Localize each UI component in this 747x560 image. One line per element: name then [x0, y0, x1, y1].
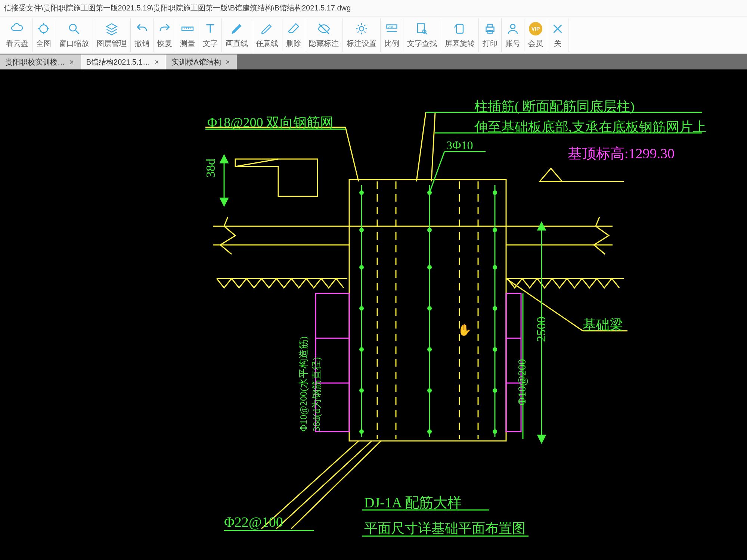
document-tab[interactable]: B馆结构2021.5.1…×: [81, 55, 166, 69]
tool-label: 账号: [505, 38, 520, 49]
ratio-icon: A:B: [385, 22, 399, 35]
svg-point-50: [359, 190, 364, 195]
svg-point-70: [493, 429, 497, 434]
tab-label: 贵阳职校实训楼…: [5, 57, 65, 67]
freehand-button[interactable]: 任意线: [252, 18, 282, 52]
document-tabs: 贵阳职校实训楼…×B馆结构2021.5.1…×实训楼A馆结构×: [0, 54, 747, 69]
cloud-icon: [10, 22, 24, 35]
tool-label: 画直线: [226, 38, 248, 49]
svg-point-65: [359, 388, 364, 393]
ruler-icon: [181, 22, 194, 35]
tool-label: 删除: [286, 38, 301, 49]
svg-point-58: [493, 265, 497, 270]
print-button[interactable]: 打印: [479, 18, 502, 52]
undo-icon: [135, 22, 149, 35]
find-text-button[interactable]: 文字查找: [403, 18, 441, 52]
close-icon[interactable]: ×: [226, 58, 230, 66]
cloud-view-button[interactable]: 看云盘: [2, 18, 32, 52]
elevation-label: 基顶标高:1299.30: [568, 144, 675, 163]
window-zoom-button[interactable]: 窗口缩放: [55, 18, 93, 52]
vert-label-2: 38d(d为钢筋直径): [310, 357, 323, 432]
svg-line-38: [276, 441, 372, 529]
account-button[interactable]: 账号: [502, 18, 524, 52]
svg-point-69: [427, 429, 432, 434]
tool-label: 窗口缩放: [59, 38, 89, 49]
svg-line-41: [431, 112, 435, 181]
text-t-icon: [204, 22, 217, 35]
close-icon[interactable]: ×: [69, 58, 74, 66]
vip-badge-icon: VIP: [529, 22, 542, 35]
layers-icon: [105, 22, 118, 35]
close-icon: [551, 22, 564, 35]
vert-label-1: Φ10@200(水平构造筋): [297, 336, 310, 432]
pan-cursor-icon: ✋: [458, 323, 471, 336]
annot-gear-icon: [355, 22, 368, 35]
full-view-button[interactable]: 全图: [32, 18, 55, 52]
right-rebar-label: Φ10@200: [515, 359, 528, 405]
svg-point-52: [493, 190, 497, 195]
svg-point-53: [359, 228, 364, 232]
tool-label: 打印: [483, 38, 498, 49]
svg-rect-20: [456, 24, 463, 33]
file-path: 信接受文件\贵阳职院施工图第一版2021.5.19\贵阳职院施工图第一版\B馆建…: [4, 3, 351, 13]
tab-label: 实训楼A馆结构: [171, 57, 221, 67]
hide-annot-button[interactable]: 隐藏标注: [305, 18, 343, 52]
svg-point-24: [511, 24, 515, 29]
svg-point-55: [493, 228, 497, 232]
layer-mgr-button[interactable]: 图层管理: [93, 18, 131, 52]
svg-rect-17: [418, 24, 424, 33]
svg-line-19: [425, 33, 427, 35]
drawing-canvas[interactable]: Φ18@200 双向钢筋网 Φ22@100 柱插筋( 断面配筋同底层柱) 伸至基…: [0, 69, 747, 560]
svg-point-63: [427, 347, 432, 352]
line-button[interactable]: 画直线: [222, 18, 252, 52]
svg-rect-32: [349, 180, 506, 441]
vip-button[interactable]: VIP会员: [524, 18, 547, 52]
eraser-icon: [287, 22, 300, 35]
close-button[interactable]: 关: [547, 18, 568, 52]
annot-column-bar: 柱插筋( 断面配筋同底层柱): [474, 97, 635, 116]
undo-button[interactable]: 撤销: [131, 18, 154, 52]
tool-label: 关: [554, 38, 561, 49]
target-icon: [37, 22, 50, 35]
svg-point-64: [493, 347, 497, 352]
tool-label: 比例: [384, 38, 399, 49]
user-icon: [506, 22, 520, 35]
ratio-button[interactable]: A:B比例: [381, 18, 403, 52]
erase-button[interactable]: 删除: [282, 18, 305, 52]
svg-line-39: [291, 441, 381, 529]
tool-label: 会员: [528, 38, 543, 49]
svg-line-42: [345, 127, 359, 181]
stirrup-label: 3Φ10: [446, 139, 473, 152]
rotate-screen-button[interactable]: 屏幕旋转: [441, 18, 479, 52]
svg-point-59: [359, 306, 364, 311]
redo-button[interactable]: 恢复: [154, 18, 176, 52]
svg-point-0: [40, 25, 48, 33]
search-doc-icon: [415, 22, 429, 35]
eye-off-icon: [317, 22, 331, 35]
svg-point-67: [493, 388, 497, 393]
svg-point-61: [493, 306, 497, 311]
svg-point-68: [359, 429, 364, 434]
dim-38d: 38d: [204, 159, 218, 178]
annot-settings-button[interactable]: 标注设置: [343, 18, 381, 52]
tool-label: 撤销: [134, 38, 149, 49]
document-tab[interactable]: 实训楼A馆结构×: [166, 55, 237, 69]
tool-label: 全图: [36, 38, 51, 49]
svg-rect-22: [488, 24, 492, 27]
beam-label: 基础梁: [583, 316, 623, 334]
cad-drawing: [0, 69, 747, 560]
measure-button[interactable]: 测量: [176, 18, 199, 52]
printer-icon: [483, 22, 497, 35]
close-icon[interactable]: ×: [155, 58, 159, 66]
svg-point-66: [427, 388, 432, 393]
document-tab[interactable]: 贵阳职校实训楼…×: [0, 55, 81, 69]
detail-title: DJ-1A 配筋大样: [364, 493, 462, 512]
redo-icon: [158, 22, 171, 35]
text-button[interactable]: 文字: [199, 18, 222, 52]
tool-label: 任意线: [256, 38, 278, 49]
title-bar: 信接受文件\贵阳职院施工图第一版2021.5.19\贵阳职院施工图第一版\B馆建…: [0, 0, 747, 16]
svg-line-40: [416, 112, 426, 181]
tool-label: 文字查找: [407, 38, 437, 49]
svg-point-60: [427, 306, 432, 311]
top-rebar-label: Φ18@200 双向钢筋网: [207, 113, 334, 132]
